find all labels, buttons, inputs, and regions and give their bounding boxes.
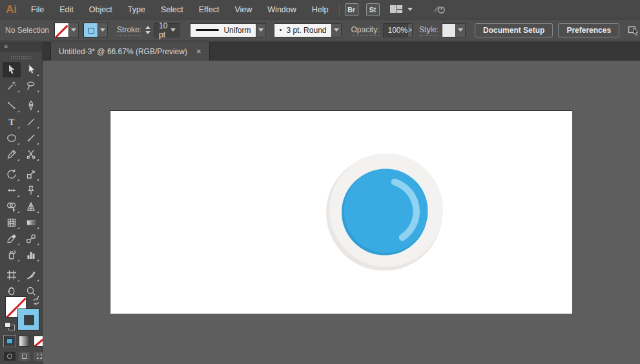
blend-tool-icon [25, 233, 37, 245]
swap-fill-stroke-icon[interactable] [32, 297, 41, 308]
scale-tool[interactable] [22, 167, 40, 182]
gradient-tool[interactable] [22, 215, 40, 230]
blue-button-illustration[interactable] [110, 111, 572, 314]
perspective-grid-tool[interactable] [22, 199, 40, 214]
slice-tool[interactable] [22, 267, 40, 283]
opacity-panel-button[interactable]: > [408, 23, 413, 37]
opacity-field[interactable]: 100% [383, 23, 409, 37]
workspace-switcher[interactable] [390, 5, 413, 14]
rotate-tool[interactable] [3, 167, 21, 182]
menu-item-help[interactable]: Help [304, 0, 336, 19]
chevron-down-icon [100, 28, 105, 32]
selection-tool-icon [6, 64, 17, 76]
menu-item-type[interactable]: Type [120, 0, 153, 19]
document-tab[interactable]: Untitled-3* @ 66.67% (RGB/Preview) × [50, 42, 210, 61]
close-tab-icon[interactable]: × [196, 47, 201, 56]
tool-group [3, 267, 40, 299]
fill-none-swatch[interactable] [54, 23, 69, 37]
type-tool-icon: T [6, 116, 17, 128]
default-fill-stroke-icon[interactable] [5, 322, 15, 330]
brush-definition-control[interactable]: 3 pt. Round [274, 23, 342, 37]
scissors-tool[interactable] [22, 147, 40, 162]
stepper-up-icon[interactable] [145, 26, 150, 29]
gradient-button[interactable] [19, 336, 30, 347]
magic-wand-tool[interactable] [3, 78, 21, 94]
paintbrush-tool[interactable] [22, 130, 40, 146]
gpu-performance-icon[interactable] [431, 2, 448, 17]
width-tool[interactable] [3, 183, 21, 198]
curvature-tool[interactable] [3, 98, 21, 114]
select-similar-control[interactable] [627, 24, 640, 37]
selection-tool[interactable] [3, 62, 21, 77]
blend-tool[interactable] [22, 231, 40, 247]
canvas[interactable] [43, 61, 640, 364]
symbol-sprayer-tool-icon [6, 249, 17, 261]
tool-group [3, 62, 40, 94]
artboard-tool[interactable] [3, 267, 21, 283]
width-tool-icon [6, 185, 17, 196]
stepper-down-icon[interactable] [145, 31, 150, 34]
menu-item-edit[interactable]: Edit [52, 0, 81, 19]
style-swatch[interactable] [442, 23, 456, 37]
column-graph-tool[interactable] [22, 247, 40, 263]
select-similar-icon [627, 24, 640, 37]
menu-item-select[interactable]: Select [153, 0, 191, 19]
draw-behind-button[interactable] [19, 352, 30, 361]
eyedropper-tool[interactable] [3, 231, 21, 247]
stock-button[interactable]: St [366, 3, 380, 16]
profile-dropdown-button[interactable] [256, 23, 266, 37]
preferences-button[interactable]: Preferences [558, 23, 619, 37]
stroke-weight-stepper[interactable] [145, 26, 150, 34]
ellipse-tool[interactable] [3, 130, 21, 146]
workspace-switcher-icon [390, 5, 403, 14]
menu-item-effect[interactable]: Effect [191, 0, 227, 19]
symbol-sprayer-tool[interactable] [3, 247, 21, 263]
style-dropdown-button[interactable] [456, 23, 466, 37]
stroke-color-swatch[interactable] [83, 23, 98, 37]
brush-definition-value[interactable]: 3 pt. Round [274, 23, 332, 37]
color-button[interactable] [4, 336, 15, 347]
column-graph-tool-icon [25, 249, 37, 261]
stroke-weight-dropdown[interactable] [167, 24, 179, 37]
direct-selection-tool[interactable] [22, 62, 40, 77]
style-control[interactable] [442, 23, 466, 37]
stroke-color-control[interactable] [83, 23, 108, 37]
mesh-tool[interactable] [3, 215, 21, 230]
bridge-button[interactable]: Br [345, 3, 358, 16]
eyedropper-tool-icon [6, 233, 17, 245]
ellipse-tool-icon [6, 132, 17, 144]
menu-item-file[interactable]: File [23, 0, 52, 19]
chevron-down-icon [458, 28, 463, 32]
tools-grid: T [0, 62, 42, 303]
style-label[interactable]: Style: [419, 25, 439, 35]
hand-tool-icon [6, 285, 17, 297]
draw-normal-button[interactable] [4, 352, 15, 361]
puppet-warp-tool[interactable] [22, 183, 40, 198]
pen-tool[interactable] [22, 98, 40, 114]
line-segment-tool[interactable] [22, 114, 40, 130]
variable-width-profile-control[interactable]: Uniform [190, 23, 266, 37]
selection-status: No Selection [5, 26, 49, 35]
artboard[interactable] [110, 111, 572, 314]
tools-panel-grip[interactable] [10, 56, 32, 59]
menu-item-object[interactable]: Object [81, 0, 120, 19]
type-tool[interactable]: T [3, 114, 21, 130]
variable-width-profile-value[interactable]: Uniform [190, 23, 256, 37]
opacity-label[interactable]: Opacity: [351, 25, 379, 35]
collapse-panel-icon[interactable]: « [4, 42, 8, 50]
mesh-tool-icon [6, 217, 17, 228]
scissors-tool-icon [25, 148, 37, 160]
fill-color-control[interactable] [54, 23, 79, 37]
stroke-proxy-swatch[interactable] [17, 308, 39, 330]
stroke-weight-label[interactable]: Stroke: [117, 25, 141, 35]
menu-item-window[interactable]: Window [260, 0, 304, 19]
stroke-weight-field[interactable]: 10 pt [154, 23, 180, 37]
fill-dropdown-button[interactable] [69, 23, 79, 37]
shape-builder-tool[interactable] [3, 199, 21, 214]
pencil-tool[interactable] [3, 147, 21, 162]
brush-dropdown-button[interactable] [332, 23, 342, 37]
stroke-dropdown-button[interactable] [98, 23, 108, 37]
menu-item-view[interactable]: View [227, 0, 260, 19]
lasso-tool[interactable] [22, 78, 40, 94]
document-setup-button[interactable]: Document Setup [475, 23, 553, 37]
